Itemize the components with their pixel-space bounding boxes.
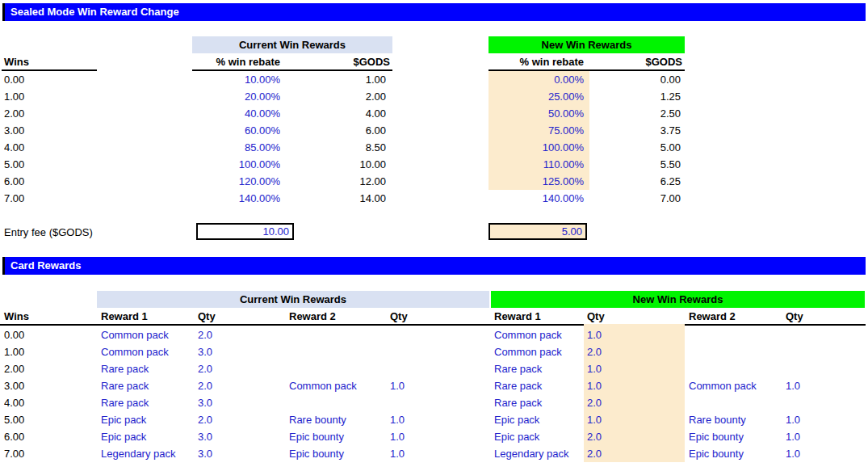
new-rebate-input-cell[interactable]: 0.00% (489, 71, 589, 88)
current-rebate-cell[interactable]: 20.00% (192, 88, 280, 105)
new-rebate-input-cell[interactable]: 125.00% (489, 173, 589, 190)
new-qty2-cell[interactable]: 1.0 (786, 445, 830, 462)
current-reward2-cell[interactable] (289, 326, 386, 343)
new-reward1-cell[interactable]: Rare pack (494, 360, 583, 377)
current-reward1-cell[interactable]: Common pack (101, 343, 194, 360)
current-qty2-cell[interactable] (390, 360, 434, 377)
new-reward2-cell[interactable]: Epic bounty (689, 428, 782, 445)
new-reward1-cell[interactable]: Epic pack (494, 411, 583, 428)
new-gods-cell: 1.25 (589, 88, 681, 105)
cards-new-qty2-header: Qty (786, 308, 803, 325)
current-qty1-cell[interactable]: 3.0 (198, 394, 254, 411)
current-reward1-cell[interactable]: Rare pack (101, 394, 194, 411)
new-rebate-input-cell[interactable]: 50.00% (489, 105, 589, 122)
new-reward1-cell[interactable]: Common pack (494, 343, 583, 360)
new-gods-cell: 5.00 (589, 139, 681, 156)
new-qty2-cell[interactable]: 1.0 (786, 428, 830, 445)
current-qty1-cell[interactable]: 3.0 (198, 445, 254, 462)
current-reward1-cell[interactable]: Legendary pack (101, 445, 194, 462)
current-qty1-cell[interactable]: 2.0 (198, 411, 254, 428)
new-rebate-input-cell[interactable]: 25.00% (489, 88, 589, 105)
current-qty1-cell[interactable]: 3.0 (198, 428, 254, 445)
new-gods-cell: 3.75 (589, 122, 681, 139)
current-qty2-cell[interactable] (390, 394, 434, 411)
current-reward2-cell[interactable] (289, 343, 386, 360)
new-qty2-cell[interactable] (786, 394, 830, 411)
new-qty1-input-cell[interactable]: 1.0 (587, 326, 644, 343)
new-rebate-input-cell[interactable]: 75.00% (489, 122, 589, 139)
new-reward2-cell[interactable] (689, 394, 782, 411)
current-reward1-cell[interactable]: Epic pack (101, 411, 194, 428)
new-reward1-cell[interactable]: Legendary pack (494, 445, 583, 462)
current-qty2-cell[interactable]: 1.0 (390, 411, 434, 428)
current-qty1-cell[interactable]: 2.0 (198, 360, 254, 377)
new-qty2-cell[interactable]: 1.0 (786, 411, 830, 428)
current-rebate-cell[interactable]: 120.00% (192, 173, 280, 190)
new-reward1-cell[interactable]: Rare pack (494, 377, 583, 394)
card-reward-row: 2.00Rare pack2.0Rare pack1.0 (0, 360, 868, 377)
current-reward1-cell[interactable]: Common pack (101, 326, 194, 343)
current-rebate-cell[interactable]: 140.00% (192, 190, 280, 207)
new-reward2-cell[interactable]: Epic bounty (689, 445, 782, 462)
card-reward-row: 5.00Epic pack2.0Rare bounty1.0Epic pack1… (0, 411, 868, 428)
current-reward1-cell[interactable]: Rare pack (101, 377, 194, 394)
wins-cell: 3.00 (4, 122, 93, 139)
section-header-sealed-mode: Sealed Mode Win Reward Change (2, 3, 866, 21)
new-reward1-cell[interactable]: Epic pack (494, 428, 583, 445)
rebate-row: 1.0020.00%2.0025.00%1.25 (0, 88, 868, 105)
new-qty2-cell[interactable] (786, 326, 830, 343)
new-qty1-input-cell[interactable]: 1.0 (587, 377, 644, 394)
current-reward2-cell[interactable]: Epic bounty (289, 445, 386, 462)
new-qty2-cell[interactable] (786, 360, 830, 377)
new-reward2-cell[interactable]: Rare bounty (689, 411, 782, 428)
wins-cell: 3.00 (4, 377, 93, 394)
new-qty1-input-cell[interactable]: 2.0 (587, 343, 644, 360)
current-rebate-cell[interactable]: 60.00% (192, 122, 280, 139)
rebate-row: 3.0060.00%6.0075.00%3.75 (0, 122, 868, 139)
current-gods-cell: 6.00 (280, 122, 386, 139)
current-qty1-cell[interactable]: 2.0 (198, 326, 254, 343)
new-rebate-input-cell[interactable]: 110.00% (489, 156, 589, 173)
new-qty1-input-cell[interactable]: 2.0 (587, 445, 644, 462)
new-rebate-input-cell[interactable]: 140.00% (489, 190, 589, 207)
current-qty2-cell[interactable] (390, 343, 434, 360)
current-reward2-cell[interactable]: Epic bounty (289, 428, 386, 445)
new-rebate-input-cell[interactable]: 100.00% (489, 139, 589, 156)
new-qty2-cell[interactable] (786, 343, 830, 360)
current-reward1-cell[interactable]: Epic pack (101, 428, 194, 445)
new-qty1-input-cell[interactable]: 2.0 (587, 394, 644, 411)
wins-cell: 6.00 (4, 173, 93, 190)
current-rebate-cell[interactable]: 40.00% (192, 105, 280, 122)
current-qty2-cell[interactable]: 1.0 (390, 428, 434, 445)
current-reward2-cell[interactable] (289, 360, 386, 377)
new-qty1-input-cell[interactable]: 1.0 (587, 360, 644, 377)
new-reward1-cell[interactable]: Common pack (494, 326, 583, 343)
current-reward1-cell[interactable]: Rare pack (101, 360, 194, 377)
section-title: Card Rewards (10, 259, 81, 271)
entry-fee-new-input[interactable]: 5.00 (489, 223, 587, 240)
new-gods-cell: 6.25 (589, 173, 681, 190)
current-rebate-cell[interactable]: 10.00% (192, 71, 280, 88)
new-qty1-input-cell[interactable]: 1.0 (587, 411, 644, 428)
current-qty2-cell[interactable]: 1.0 (390, 445, 434, 462)
card-reward-row: 4.00Rare pack3.0Rare pack2.0 (0, 394, 868, 411)
current-qty1-cell[interactable]: 2.0 (198, 377, 254, 394)
current-rebate-cell[interactable]: 100.00% (192, 156, 280, 173)
current-qty1-cell[interactable]: 3.0 (198, 343, 254, 360)
new-qty2-cell[interactable]: 1.0 (786, 377, 830, 394)
wins-cell: 0.00 (4, 326, 93, 343)
current-qty2-cell[interactable] (390, 326, 434, 343)
new-reward2-cell[interactable] (689, 360, 782, 377)
cards-current-reward1-header: Reward 1 (101, 308, 148, 325)
new-qty1-input-cell[interactable]: 2.0 (587, 428, 644, 445)
new-reward2-cell[interactable] (689, 343, 782, 360)
current-reward2-cell[interactable]: Common pack (289, 377, 386, 394)
new-reward2-cell[interactable] (689, 326, 782, 343)
current-rebate-cell[interactable]: 85.00% (192, 139, 280, 156)
current-reward2-cell[interactable]: Rare bounty (289, 411, 386, 428)
current-reward2-cell[interactable] (289, 394, 386, 411)
new-reward2-cell[interactable]: Common pack (689, 377, 782, 394)
current-qty2-cell[interactable]: 1.0 (390, 377, 434, 394)
new-reward1-cell[interactable]: Rare pack (494, 394, 583, 411)
entry-fee-current-input[interactable]: 10.00 (196, 223, 294, 240)
